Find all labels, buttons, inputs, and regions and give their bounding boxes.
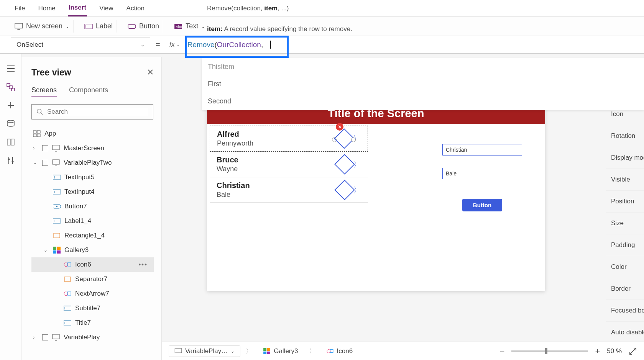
tree-item[interactable]: Separator7 (31, 272, 154, 286)
tree-view-icon[interactable] (6, 83, 15, 91)
tree-item-label: NextArrow7 (75, 290, 109, 298)
close-icon[interactable]: ✕ (147, 67, 154, 77)
checkbox[interactable] (42, 160, 48, 166)
tree-item[interactable]: ⌄Gallery3 (31, 243, 154, 257)
label-button[interactable]: Label (80, 20, 117, 33)
expand-icon[interactable]: ⌄ (44, 247, 49, 253)
property-row[interactable]: Rotation (606, 125, 644, 147)
menu-view[interactable]: View (99, 1, 114, 16)
properties-panel: IconRotationDisplay modeVisiblePositionS… (606, 103, 644, 360)
tree-item-label: Icon6 (75, 261, 91, 268)
tree-list: App ›MasterScreen⌄VariablePlayTwoTextInp… (31, 126, 154, 345)
svg-point-37 (56, 206, 58, 207)
autocomplete-option[interactable]: ThisItem (202, 58, 644, 75)
insert-icon[interactable] (6, 101, 15, 110)
chevron-right-icon[interactable]: 〉 (353, 134, 361, 144)
checkbox[interactable] (42, 145, 48, 151)
text-input-2[interactable] (442, 168, 522, 179)
eraser-icon[interactable] (334, 180, 355, 200)
menu-action[interactable]: Action (126, 1, 145, 16)
media-icon[interactable] (6, 138, 15, 146)
gallery-row[interactable]: ChristianBale〉 (210, 177, 368, 203)
tree-item[interactable]: ›VariablePlay (31, 330, 154, 345)
tree-item-label: Rectangle1_4 (64, 232, 105, 239)
property-row[interactable]: Focused border (606, 300, 644, 322)
menu-home[interactable]: Home (37, 1, 56, 16)
tree-item[interactable]: Rectangle1_4 (31, 228, 154, 243)
expand-icon[interactable]: › (33, 335, 38, 340)
canvas-button[interactable]: Button (462, 199, 502, 211)
button-icon (128, 23, 136, 30)
svg-rect-58 (267, 348, 270, 351)
property-row[interactable]: Color (606, 256, 644, 278)
property-row[interactable]: Auto disable (606, 322, 644, 344)
gallery-row[interactable]: BruceWayne〉 (210, 152, 368, 177)
tab-components[interactable]: Components (69, 86, 108, 97)
autocomplete-option[interactable]: First (202, 75, 644, 93)
chevron-down-icon: ⌄ (201, 24, 205, 29)
data-icon[interactable] (6, 119, 15, 128)
tree-view-panel: Tree view ✕ Screens Components App ›Mast… (21, 57, 162, 360)
tree-item[interactable]: Button7 (31, 199, 154, 214)
eraser-icon[interactable] (334, 128, 355, 149)
fx-icon[interactable]: fx⌄ (166, 41, 184, 49)
more-icon[interactable]: ••• (138, 261, 152, 268)
svg-rect-27 (37, 134, 40, 137)
text-input-1[interactable] (442, 144, 522, 155)
svg-rect-40 (54, 233, 60, 238)
tab-screens[interactable]: Screens (31, 86, 57, 97)
breadcrumb-gallery[interactable]: Gallery3 (258, 346, 303, 357)
tree-item[interactable]: Icon6••• (31, 257, 154, 272)
tools-icon[interactable] (6, 156, 15, 165)
svg-point-22 (37, 109, 41, 113)
tree-item[interactable]: Label1_4 (31, 214, 154, 228)
text-button[interactable]: Abc Text ⌄ (170, 20, 209, 33)
tree-item[interactable]: TextInput5 (31, 170, 154, 185)
button-button[interactable]: Button (124, 20, 163, 33)
menu-insert[interactable]: Insert (68, 0, 87, 16)
eraser-icon[interactable] (334, 154, 355, 175)
tree-item[interactable]: ›MasterScreen (31, 141, 154, 155)
hamburger-icon[interactable] (6, 64, 15, 73)
svg-rect-41 (53, 247, 56, 250)
tree-item[interactable]: Title7 (31, 316, 154, 330)
search-box[interactable] (31, 104, 153, 119)
checkbox[interactable] (42, 334, 48, 340)
tree-item-label: Separator7 (75, 275, 107, 283)
autocomplete-option[interactable]: Second (202, 93, 644, 110)
highlight-box (185, 36, 289, 58)
tree-item[interactable]: Subtitle7 (31, 301, 154, 316)
fit-icon[interactable] (629, 347, 637, 355)
breadcrumb-screen[interactable]: VariablePlay… ⌄ (169, 345, 240, 357)
menu-bar: File Home Insert View Action (0, 0, 644, 17)
tree-app-row[interactable]: App (31, 126, 154, 141)
property-row[interactable]: Padding (606, 234, 644, 256)
formula-input[interactable]: Remove(OurCollection, (187, 40, 271, 49)
property-row[interactable]: Size (606, 213, 644, 234)
svg-rect-57 (263, 348, 266, 351)
zoom-in-button[interactable]: + (595, 346, 600, 356)
zoom-slider[interactable] (511, 350, 588, 352)
breadcrumb-icon[interactable]: Icon6 (321, 346, 358, 357)
tree-item[interactable]: NextArrow7 (31, 286, 154, 301)
tree-item-label: Button7 (64, 203, 87, 210)
property-row[interactable]: Visible (606, 169, 644, 191)
expand-icon[interactable]: › (33, 146, 38, 151)
property-row[interactable]: Border (606, 278, 644, 300)
property-row[interactable]: Display mode (606, 147, 644, 169)
new-screen-button[interactable]: New screen ⌄ (11, 20, 74, 33)
row-subtitle: Pennyworth (217, 139, 253, 147)
search-input[interactable] (47, 108, 148, 116)
left-rail (0, 54, 21, 360)
svg-point-21 (12, 161, 13, 163)
svg-rect-47 (64, 277, 71, 281)
zoom-out-button[interactable]: − (500, 346, 505, 356)
tree-item[interactable]: ⌄VariablePlayTwo (31, 155, 154, 170)
expand-icon[interactable]: ⌄ (33, 160, 38, 165)
property-selector[interactable]: OnSelect ⌄ (11, 38, 150, 52)
property-row[interactable]: Position (606, 191, 644, 213)
tree-item[interactable]: TextInput4 (31, 185, 154, 199)
gallery-row[interactable]: AlfredPennyworth〉✕ (210, 126, 368, 152)
menu-file[interactable]: File (14, 1, 26, 16)
node-type-icon (64, 276, 71, 283)
